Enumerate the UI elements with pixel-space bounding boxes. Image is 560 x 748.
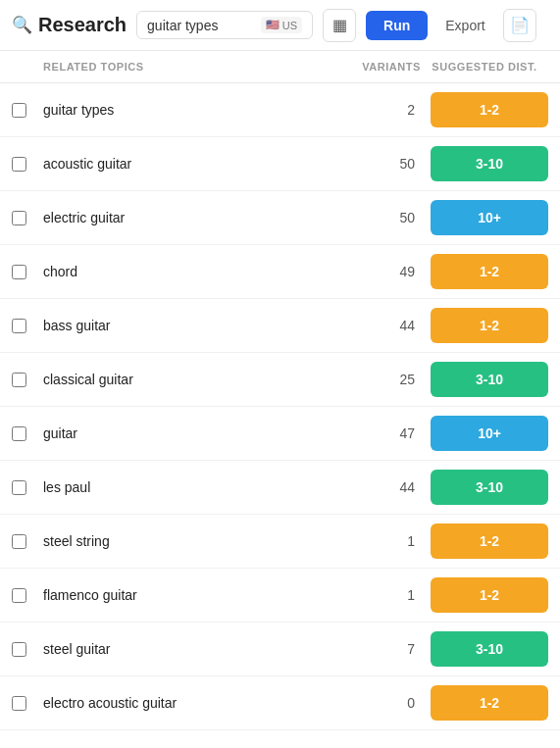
export-button[interactable]: Export xyxy=(437,11,492,40)
col-header-dist: SUGGESTED DIST. xyxy=(421,61,548,73)
row-topic-10: steel guitar xyxy=(43,641,342,657)
row-checkbox-11[interactable] xyxy=(12,696,33,711)
row-topic-8: steel string xyxy=(43,533,342,549)
checkbox-2[interactable] xyxy=(12,211,26,225)
search-input-wrapper[interactable]: 🇺🇸 US xyxy=(136,11,313,39)
table-row: flamenco guitar 1 1-2 xyxy=(0,569,560,623)
row-dist-2: 10+ xyxy=(431,200,548,235)
row-variants-7: 44 xyxy=(342,479,431,495)
checkbox-6[interactable] xyxy=(12,426,26,441)
checkbox-8[interactable] xyxy=(12,534,26,549)
table-header: RELATED TOPICS VARIANTS SUGGESTED DIST. xyxy=(0,51,560,83)
row-checkbox-0[interactable] xyxy=(12,103,33,118)
app-title: 🔍 Research xyxy=(12,14,127,36)
checkbox-0[interactable] xyxy=(12,103,26,118)
col-header-variants: VARIANTS xyxy=(332,61,421,73)
row-variants-3: 49 xyxy=(342,264,431,279)
row-topic-7: les paul xyxy=(43,479,342,495)
row-topic-3: chord xyxy=(43,264,342,279)
row-dist-1: 3-10 xyxy=(431,146,548,181)
row-checkbox-10[interactable] xyxy=(12,642,33,657)
row-dist-11: 1-2 xyxy=(431,685,548,721)
filter-icon: ▦ xyxy=(332,16,347,34)
row-checkbox-8[interactable] xyxy=(12,534,33,549)
row-topic-1: acoustic guitar xyxy=(43,156,342,172)
checkbox-4[interactable] xyxy=(12,319,26,333)
table-row: steel guitar 7 3-10 xyxy=(0,623,560,676)
title-text: Research xyxy=(38,14,127,36)
run-label: Run xyxy=(383,18,410,33)
row-variants-1: 50 xyxy=(342,156,431,172)
checkbox-7[interactable] xyxy=(12,480,26,495)
row-checkbox-9[interactable] xyxy=(12,588,33,603)
checkbox-5[interactable] xyxy=(12,373,26,387)
row-dist-3: 1-2 xyxy=(431,254,548,289)
row-checkbox-1[interactable] xyxy=(12,157,33,172)
row-checkbox-2[interactable] xyxy=(12,211,33,225)
row-variants-5: 25 xyxy=(342,372,431,387)
row-variants-6: 47 xyxy=(342,425,431,441)
table-row: electro acoustic guitar 0 1-2 xyxy=(0,676,560,730)
table-row: bass guitar 44 1-2 xyxy=(0,299,560,353)
flag-emoji: 🇺🇸 xyxy=(266,19,280,31)
flag-code: US xyxy=(282,20,297,31)
search-input[interactable] xyxy=(147,18,255,33)
row-variants-9: 1 xyxy=(342,587,431,603)
checkbox-1[interactable] xyxy=(12,157,26,172)
row-variants-0: 2 xyxy=(342,102,431,118)
row-dist-4: 1-2 xyxy=(431,308,548,343)
checkbox-3[interactable] xyxy=(12,265,26,279)
row-dist-10: 3-10 xyxy=(431,631,548,667)
checkbox-11[interactable] xyxy=(12,696,26,711)
row-topic-0: guitar types xyxy=(43,102,342,118)
flag-badge: 🇺🇸 US xyxy=(261,17,302,33)
table-row: chord 49 1-2 xyxy=(0,245,560,299)
checkbox-9[interactable] xyxy=(12,588,26,603)
row-variants-10: 7 xyxy=(342,641,431,657)
row-variants-8: 1 xyxy=(342,533,431,549)
row-checkbox-5[interactable] xyxy=(12,373,33,387)
filter-button[interactable]: ▦ xyxy=(323,9,356,42)
row-topic-5: classical guitar xyxy=(43,372,342,387)
row-checkbox-7[interactable] xyxy=(12,480,33,495)
row-dist-8: 1-2 xyxy=(431,524,548,559)
row-topic-2: electric guitar xyxy=(43,210,342,225)
document-button[interactable]: 📄 xyxy=(503,9,536,42)
table-row: acoustic guitar 50 3-10 xyxy=(0,137,560,191)
table-row: classical guitar 25 3-10 xyxy=(0,353,560,407)
table-row: guitar 47 10+ xyxy=(0,407,560,461)
row-dist-0: 1-2 xyxy=(431,92,548,127)
checkbox-10[interactable] xyxy=(12,642,26,657)
row-dist-9: 1-2 xyxy=(431,577,548,613)
table-row: electric guitar 50 10+ xyxy=(0,191,560,245)
row-variants-4: 44 xyxy=(342,318,431,333)
row-topic-11: electro acoustic guitar xyxy=(43,695,342,711)
table-row: steel string 1 1-2 xyxy=(0,515,560,569)
row-variants-11: 0 xyxy=(342,695,431,711)
table-row: les paul 44 3-10 xyxy=(0,461,560,515)
row-topic-4: bass guitar xyxy=(43,318,342,333)
app-header: 🔍 Research 🇺🇸 US ▦ Run Export 📄 xyxy=(0,0,560,51)
row-checkbox-4[interactable] xyxy=(12,319,33,333)
table-body: guitar types 2 1-2 acoustic guitar 50 3-… xyxy=(0,83,560,730)
table-row: guitar types 2 1-2 xyxy=(0,83,560,137)
col-header-topic: RELATED TOPICS xyxy=(43,61,332,73)
run-button[interactable]: Run xyxy=(366,11,428,40)
document-icon: 📄 xyxy=(510,16,530,34)
row-checkbox-3[interactable] xyxy=(12,265,33,279)
row-dist-5: 3-10 xyxy=(431,362,548,397)
row-topic-9: flamenco guitar xyxy=(43,587,342,603)
row-topic-6: guitar xyxy=(43,425,342,441)
row-variants-2: 50 xyxy=(342,210,431,225)
search-icon: 🔍 xyxy=(12,15,32,35)
row-checkbox-6[interactable] xyxy=(12,426,33,441)
row-dist-6: 10+ xyxy=(431,416,548,451)
export-label: Export xyxy=(445,18,484,33)
row-dist-7: 3-10 xyxy=(431,470,548,505)
